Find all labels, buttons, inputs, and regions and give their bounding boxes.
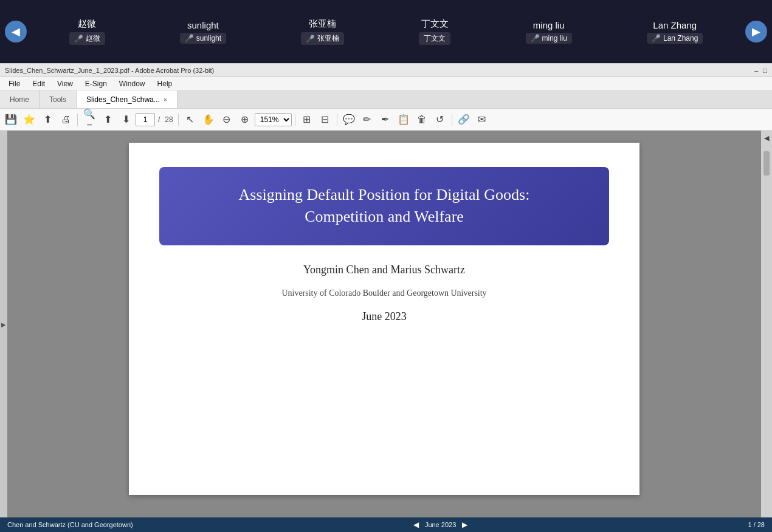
maximize-btn[interactable]: □: [763, 67, 767, 74]
taskbar-user-badge-name-2: 张亚楠: [317, 33, 339, 44]
title-bar-text: Slides_Chen_Schwartz_June_1_2023.pdf - A…: [5, 67, 214, 74]
left-panel-arrow-icon: ▶: [1, 321, 6, 328]
taskbar-user-3[interactable]: 丁文文丁文文: [419, 18, 450, 45]
taskbar-user-badge-name-5: Lan Zhang: [663, 34, 698, 43]
taskbar-user-badge-0: 🎤赵微: [69, 32, 105, 45]
tab-document[interactable]: Slides_Chen_Schwa... ×: [77, 90, 177, 108]
minimize-btn[interactable]: –: [754, 67, 758, 74]
toolbar: 💾 ⭐ ⬆ 🖨 🔍− ⬆ ⬇ / 28 ↖ ✋ ⊖ ⊕ 151% ⊞ ⊟ 💬 ✏…: [0, 109, 772, 131]
comment-btn[interactable]: 💬: [340, 111, 357, 128]
status-left-text: Chen and Schwartz (CU and Georgetown): [7, 521, 133, 528]
status-center-text: June 2023: [425, 521, 456, 528]
taskbar-user-badge-5: 🎤Lan Zhang: [647, 33, 703, 44]
tab-doc-label: Slides_Chen_Schwa...: [86, 95, 160, 104]
stamp-btn[interactable]: 📋: [395, 111, 412, 128]
slide-title-text: Assigning Default Position for Digital G…: [184, 184, 585, 228]
title-bar-controls: – □: [754, 67, 767, 74]
share-btn[interactable]: ⬆: [39, 111, 56, 128]
bookmark-btn[interactable]: ⭐: [21, 111, 38, 128]
full-screen-btn[interactable]: ⊟: [317, 111, 334, 128]
print-btn[interactable]: 🖨: [57, 111, 74, 128]
scrollbar-track[interactable]: [763, 145, 770, 518]
taskbar-user-mic-icon-1: 🎤: [185, 34, 194, 43]
delete-btn[interactable]: 🗑: [413, 111, 430, 128]
zoom-out-btn2[interactable]: ⊖: [218, 111, 235, 128]
tab-bar: Home Tools Slides_Chen_Schwa... ×: [0, 90, 772, 109]
right-panel-collapse-btn[interactable]: ◀: [761, 131, 772, 145]
taskbar-user-badge-3: 丁文文: [419, 32, 450, 45]
zoom-in-btn[interactable]: ⊕: [236, 111, 253, 128]
slide-title-box: Assigning Default Position for Digital G…: [159, 167, 609, 245]
status-nav-next-btn[interactable]: ▶: [461, 520, 469, 529]
status-nav-prev-btn[interactable]: ◀: [412, 520, 420, 529]
taskbar-user-name-top-0: 赵微: [78, 18, 96, 30]
status-bar: Chen and Schwartz (CU and Georgetown) ◀ …: [0, 517, 772, 532]
fit-page-btn[interactable]: ⊞: [298, 111, 315, 128]
right-panel: ◀: [761, 131, 772, 518]
taskbar-user-badge-4: 🎤ming liu: [526, 33, 572, 44]
taskbar-user-0[interactable]: 赵微🎤赵微: [69, 18, 105, 45]
slide-university: University of Colorado Boulder and Georg…: [281, 288, 486, 298]
slide-title-line2: Competition and Welfare: [305, 208, 464, 225]
menu-item-edit[interactable]: Edit: [26, 78, 51, 89]
page-number-input[interactable]: [136, 113, 155, 126]
prev-page-btn[interactable]: ⬆: [99, 111, 116, 128]
tab-home[interactable]: Home: [0, 90, 40, 108]
menu-item-view[interactable]: View: [51, 78, 79, 89]
taskbar-user-mic-icon-4: 🎤: [531, 34, 540, 43]
toolbar-sep-4: [337, 114, 337, 126]
toolbar-sep-2: [178, 114, 179, 126]
taskbar-user-badge-name-3: 丁文文: [424, 33, 446, 44]
undo-btn[interactable]: ↺: [432, 111, 449, 128]
slide-authors: Yongmin Chen and Marius Schwartz: [303, 264, 465, 276]
tab-close-btn[interactable]: ×: [164, 96, 167, 103]
taskbar-user-badge-name-0: 赵微: [86, 33, 100, 44]
hand-btn[interactable]: ✋: [200, 111, 217, 128]
page-total: 28: [165, 115, 173, 124]
taskbar-user-1[interactable]: sunlight🎤sunlight: [180, 20, 226, 44]
zoom-out-btn[interactable]: 🔍−: [81, 111, 98, 128]
taskbar-user-badge-2: 🎤张亚楠: [301, 32, 344, 45]
status-center: ◀ June 2023 ▶: [412, 520, 469, 529]
tab-home-label: Home: [10, 95, 29, 104]
taskbar-user-name-top-4: ming liu: [533, 20, 565, 30]
menu-item-window[interactable]: Window: [113, 78, 151, 89]
taskbar-user-2[interactable]: 张亚楠🎤张亚楠: [301, 18, 344, 45]
tab-tools[interactable]: Tools: [40, 90, 77, 108]
taskbar-user-name-top-3: 丁文文: [421, 18, 449, 30]
link-btn[interactable]: 🔗: [455, 111, 472, 128]
taskbar-next-btn[interactable]: ▶: [745, 21, 767, 43]
taskbar-prev-btn[interactable]: ◀: [5, 21, 27, 43]
window-chrome: Slides_Chen_Schwartz_June_1_2023.pdf - A…: [0, 63, 772, 131]
zoom-select[interactable]: 151%: [255, 113, 292, 126]
taskbar-user-name-top-1: sunlight: [187, 20, 219, 30]
taskbar-user-name-top-5: Lan Zhang: [653, 20, 697, 30]
taskbar-user-5[interactable]: Lan Zhang🎤Lan Zhang: [647, 20, 703, 44]
slide-title-line1: Assigning Default Position for Digital G…: [239, 186, 530, 203]
draw-btn[interactable]: ✒: [377, 111, 394, 128]
slide-date: June 2023: [362, 310, 407, 323]
page-separator: /: [158, 115, 160, 124]
menu-bar: FileEditViewE-SignWindowHelp: [0, 77, 772, 90]
taskbar-user-badge-name-4: ming liu: [542, 34, 567, 43]
scrollbar-thumb[interactable]: [763, 151, 770, 176]
select-btn[interactable]: ↖: [182, 111, 199, 128]
taskbar-user-mic-icon-5: 🎤: [652, 34, 661, 43]
menu-item-help[interactable]: Help: [151, 78, 179, 89]
status-right-text: 1 / 28: [748, 521, 765, 528]
taskbar: ◀ 赵微🎤赵微sunlight🎤sunlight张亚楠🎤张亚楠丁文文丁文文min…: [0, 0, 772, 63]
taskbar-user-name-top-2: 张亚楠: [309, 18, 336, 30]
save-btn[interactable]: 💾: [2, 111, 19, 128]
left-panel-toggle[interactable]: ▶: [0, 131, 7, 518]
taskbar-users: 赵微🎤赵微sunlight🎤sunlight张亚楠🎤张亚楠丁文文丁文文ming …: [32, 18, 740, 45]
taskbar-user-4[interactable]: ming liu🎤ming liu: [526, 20, 572, 44]
next-page-btn[interactable]: ⬇: [117, 111, 134, 128]
toolbar-sep-3: [295, 114, 295, 126]
email-btn[interactable]: ✉: [474, 111, 491, 128]
main-area: ▶ Assigning Default Position for Digital…: [0, 131, 772, 518]
menu-item-e-sign[interactable]: E-Sign: [79, 78, 113, 89]
highlight-btn[interactable]: ✏: [359, 111, 376, 128]
taskbar-user-badge-name-1: sunlight: [196, 34, 221, 43]
taskbar-user-mic-icon-0: 🎤: [74, 35, 83, 43]
menu-item-file[interactable]: File: [2, 78, 26, 89]
